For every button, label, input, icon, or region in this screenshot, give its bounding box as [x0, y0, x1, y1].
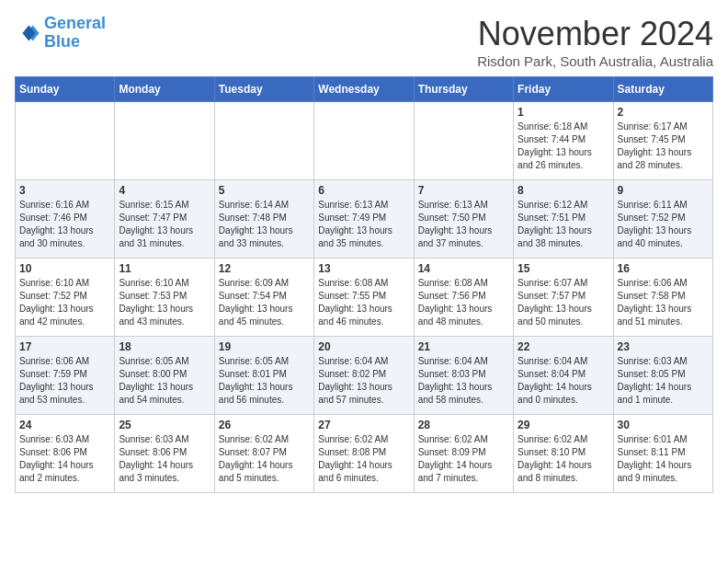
day-number: 16: [618, 262, 709, 275]
calendar-cell: 28Sunrise: 6:02 AM Sunset: 8:09 PM Dayli…: [414, 415, 513, 493]
day-header-tuesday: Tuesday: [214, 77, 313, 102]
day-number: 26: [219, 419, 310, 431]
day-info: Sunrise: 6:10 AM Sunset: 7:53 PM Dayligh…: [119, 277, 210, 328]
calendar-cell: 10Sunrise: 6:10 AM Sunset: 7:52 PM Dayli…: [16, 259, 115, 337]
calendar-cell: 9Sunrise: 6:11 AM Sunset: 7:52 PM Daylig…: [613, 180, 712, 259]
day-number: 23: [618, 340, 709, 353]
day-info: Sunrise: 6:01 AM Sunset: 8:11 PM Dayligh…: [618, 433, 709, 485]
day-info: Sunrise: 6:06 AM Sunset: 7:58 PM Dayligh…: [618, 277, 709, 328]
day-info: Sunrise: 6:07 AM Sunset: 7:57 PM Dayligh…: [518, 277, 609, 328]
calendar-cell: [214, 102, 313, 180]
logo: General Blue: [15, 15, 106, 52]
calendar-cell: 19Sunrise: 6:05 AM Sunset: 8:01 PM Dayli…: [214, 337, 313, 415]
calendar-cell: 20Sunrise: 6:04 AM Sunset: 8:02 PM Dayli…: [314, 337, 414, 415]
day-number: 4: [119, 184, 210, 197]
day-info: Sunrise: 6:12 AM Sunset: 7:51 PM Dayligh…: [518, 199, 609, 250]
day-number: 12: [219, 262, 310, 275]
day-number: 10: [19, 262, 110, 275]
calendar-cell: 1Sunrise: 6:18 AM Sunset: 7:44 PM Daylig…: [514, 102, 613, 180]
day-number: 8: [518, 184, 609, 197]
calendar-cell: 14Sunrise: 6:08 AM Sunset: 7:56 PM Dayli…: [414, 259, 513, 337]
calendar-table: SundayMondayTuesdayWednesdayThursdayFrid…: [15, 76, 713, 493]
day-number: 25: [119, 419, 210, 431]
calendar-cell: 16Sunrise: 6:06 AM Sunset: 7:58 PM Dayli…: [613, 259, 712, 337]
day-info: Sunrise: 6:16 AM Sunset: 7:46 PM Dayligh…: [19, 199, 110, 250]
day-header-thursday: Thursday: [414, 77, 513, 102]
calendar-cell: 12Sunrise: 6:09 AM Sunset: 7:54 PM Dayli…: [214, 259, 313, 337]
calendar-cell: 25Sunrise: 6:03 AM Sunset: 8:06 PM Dayli…: [115, 415, 214, 493]
day-number: 1: [518, 106, 609, 119]
day-info: Sunrise: 6:03 AM Sunset: 8:05 PM Dayligh…: [618, 355, 709, 407]
calendar-cell: 11Sunrise: 6:10 AM Sunset: 7:53 PM Dayli…: [115, 259, 214, 337]
day-number: 21: [418, 340, 509, 353]
day-info: Sunrise: 6:02 AM Sunset: 8:07 PM Dayligh…: [219, 433, 310, 485]
day-number: 15: [518, 262, 609, 275]
title-block: November 2024 Risdon Park, South Austral…: [477, 15, 713, 69]
logo-icon: [15, 20, 40, 46]
calendar-cell: 4Sunrise: 6:15 AM Sunset: 7:47 PM Daylig…: [115, 180, 214, 259]
calendar-cell: 27Sunrise: 6:02 AM Sunset: 8:08 PM Dayli…: [314, 415, 414, 493]
calendar-cell: 29Sunrise: 6:02 AM Sunset: 8:10 PM Dayli…: [514, 415, 613, 493]
month-title: November 2024: [477, 15, 713, 53]
day-info: Sunrise: 6:13 AM Sunset: 7:49 PM Dayligh…: [318, 199, 409, 250]
day-info: Sunrise: 6:03 AM Sunset: 8:06 PM Dayligh…: [119, 433, 210, 485]
calendar-cell: [115, 102, 214, 180]
calendar-cell: 7Sunrise: 6:13 AM Sunset: 7:50 PM Daylig…: [414, 180, 513, 259]
day-number: 30: [618, 419, 709, 431]
logo-text: General Blue: [44, 15, 106, 52]
day-info: Sunrise: 6:02 AM Sunset: 8:08 PM Dayligh…: [318, 433, 409, 485]
day-info: Sunrise: 6:04 AM Sunset: 8:04 PM Dayligh…: [518, 355, 609, 407]
day-info: Sunrise: 6:08 AM Sunset: 7:55 PM Dayligh…: [318, 277, 409, 328]
calendar-cell: 26Sunrise: 6:02 AM Sunset: 8:07 PM Dayli…: [214, 415, 313, 493]
calendar-cell: 13Sunrise: 6:08 AM Sunset: 7:55 PM Dayli…: [314, 259, 414, 337]
calendar-cell: 23Sunrise: 6:03 AM Sunset: 8:05 PM Dayli…: [613, 337, 712, 415]
day-info: Sunrise: 6:13 AM Sunset: 7:50 PM Dayligh…: [418, 199, 509, 250]
day-number: 13: [318, 262, 409, 275]
day-number: 19: [219, 340, 310, 353]
day-info: Sunrise: 6:04 AM Sunset: 8:03 PM Dayligh…: [418, 355, 509, 407]
calendar-cell: 24Sunrise: 6:03 AM Sunset: 8:06 PM Dayli…: [16, 415, 115, 493]
calendar-cell: [16, 102, 115, 180]
day-info: Sunrise: 6:14 AM Sunset: 7:48 PM Dayligh…: [219, 199, 310, 250]
calendar-cell: 15Sunrise: 6:07 AM Sunset: 7:57 PM Dayli…: [514, 259, 613, 337]
calendar-cell: 17Sunrise: 6:06 AM Sunset: 7:59 PM Dayli…: [16, 337, 115, 415]
day-info: Sunrise: 6:15 AM Sunset: 7:47 PM Dayligh…: [119, 199, 210, 250]
day-number: 9: [618, 184, 709, 197]
calendar-cell: 8Sunrise: 6:12 AM Sunset: 7:51 PM Daylig…: [514, 180, 613, 259]
day-number: 5: [219, 184, 310, 197]
day-header-wednesday: Wednesday: [314, 77, 414, 102]
calendar-cell: 30Sunrise: 6:01 AM Sunset: 8:11 PM Dayli…: [613, 415, 712, 493]
calendar-cell: 22Sunrise: 6:04 AM Sunset: 8:04 PM Dayli…: [514, 337, 613, 415]
day-number: 6: [318, 184, 409, 197]
day-number: 11: [119, 262, 210, 275]
calendar-cell: [414, 102, 513, 180]
day-number: 22: [518, 340, 609, 353]
day-info: Sunrise: 6:18 AM Sunset: 7:44 PM Dayligh…: [518, 121, 609, 172]
day-number: 2: [618, 106, 709, 119]
day-info: Sunrise: 6:06 AM Sunset: 7:59 PM Dayligh…: [19, 355, 110, 407]
day-number: 7: [418, 184, 509, 197]
day-info: Sunrise: 6:11 AM Sunset: 7:52 PM Dayligh…: [618, 199, 709, 250]
day-info: Sunrise: 6:08 AM Sunset: 7:56 PM Dayligh…: [418, 277, 509, 328]
day-info: Sunrise: 6:05 AM Sunset: 8:00 PM Dayligh…: [119, 355, 210, 407]
day-info: Sunrise: 6:05 AM Sunset: 8:01 PM Dayligh…: [219, 355, 310, 407]
calendar-cell: 6Sunrise: 6:13 AM Sunset: 7:49 PM Daylig…: [314, 180, 414, 259]
day-number: 27: [318, 419, 409, 431]
calendar-cell: 2Sunrise: 6:17 AM Sunset: 7:45 PM Daylig…: [613, 102, 712, 180]
day-number: 17: [19, 340, 110, 353]
calendar-cell: 21Sunrise: 6:04 AM Sunset: 8:03 PM Dayli…: [414, 337, 513, 415]
day-header-friday: Friday: [514, 77, 613, 102]
location: Risdon Park, South Australia, Australia: [477, 53, 713, 69]
day-number: 29: [518, 419, 609, 431]
page-header: General Blue November 2024 Risdon Park, …: [15, 15, 713, 69]
day-info: Sunrise: 6:10 AM Sunset: 7:52 PM Dayligh…: [19, 277, 110, 328]
day-number: 18: [119, 340, 210, 353]
day-info: Sunrise: 6:02 AM Sunset: 8:10 PM Dayligh…: [518, 433, 609, 485]
day-number: 3: [19, 184, 110, 197]
day-info: Sunrise: 6:17 AM Sunset: 7:45 PM Dayligh…: [618, 121, 709, 172]
day-number: 28: [418, 419, 509, 431]
day-info: Sunrise: 6:04 AM Sunset: 8:02 PM Dayligh…: [318, 355, 409, 407]
day-number: 20: [318, 340, 409, 353]
calendar-cell: 18Sunrise: 6:05 AM Sunset: 8:00 PM Dayli…: [115, 337, 214, 415]
day-header-sunday: Sunday: [16, 77, 115, 102]
